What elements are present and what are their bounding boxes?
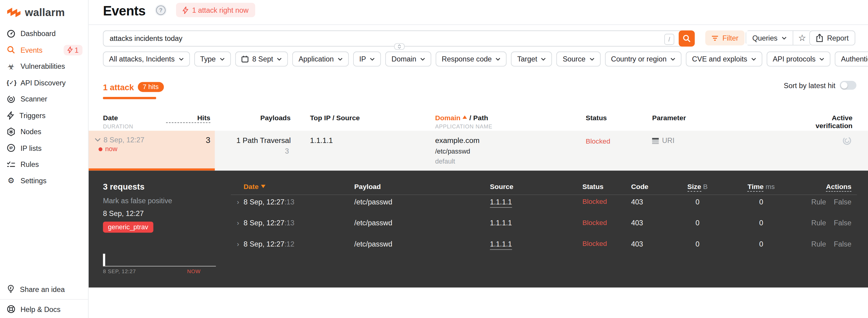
share-an-idea[interactable]: Share an idea bbox=[0, 282, 88, 296]
sidebar-item-vulnerabilities[interactable]: ☣ Vulnerabilities bbox=[0, 58, 88, 75]
active-tab-underline bbox=[103, 97, 156, 99]
chip-domain[interactable]: Domain bbox=[385, 52, 431, 66]
request-source[interactable]: 1.1.1.1 bbox=[490, 198, 512, 208]
slash-shortcut-key: / bbox=[664, 34, 674, 45]
chip-label: All attacks, Incidents bbox=[109, 55, 175, 63]
sidebar-item-rules[interactable]: Rules bbox=[0, 156, 88, 173]
report-button[interactable]: Report bbox=[809, 31, 855, 46]
favorite-star-button[interactable]: ☆ bbox=[793, 31, 811, 45]
dcol-time[interactable]: Time ms bbox=[731, 183, 792, 191]
request-status: Blocked bbox=[582, 219, 607, 227]
star-icon: ☆ bbox=[798, 33, 806, 43]
filter-button[interactable]: Filter bbox=[705, 31, 745, 46]
requests-count-title: 3 requests bbox=[103, 182, 144, 191]
rule-action[interactable]: Rule bbox=[811, 240, 826, 248]
filter-icon bbox=[711, 35, 718, 40]
sidebar-item-triggers[interactable]: Triggers bbox=[0, 107, 88, 123]
path-label: / Path bbox=[469, 114, 488, 122]
sort-toggle[interactable] bbox=[840, 81, 857, 90]
request-row[interactable]: › 8 Sep, 12:27:13 /etc/passwd 1.1.1.1 Bl… bbox=[89, 219, 868, 229]
col-domain-path[interactable]: Domain / Path bbox=[435, 114, 488, 122]
rule-action[interactable]: Rule bbox=[811, 219, 826, 227]
live-dot bbox=[99, 147, 102, 151]
attack-date-cell[interactable]: 8 Sep, 12:27 now 3 bbox=[89, 131, 215, 171]
col-date: Date bbox=[103, 114, 118, 122]
sidebar-item-nodes[interactable]: Nodes bbox=[0, 123, 88, 140]
sidebar-item-settings[interactable]: ⚙ Settings bbox=[0, 173, 88, 189]
request-payload: /etc/passwd bbox=[354, 240, 393, 248]
sidebar-item-label: API Discovery bbox=[21, 79, 66, 87]
magnifier-icon bbox=[682, 34, 691, 42]
lifebuoy-icon bbox=[7, 305, 16, 314]
lightbulb-icon bbox=[7, 285, 15, 293]
chip-response-code[interactable]: Response code bbox=[435, 52, 507, 66]
help-icon[interactable]: ? bbox=[155, 4, 166, 16]
wallarm-logo-icon bbox=[7, 7, 21, 19]
search-expand-handle[interactable] bbox=[394, 43, 405, 50]
search-button[interactable] bbox=[679, 31, 694, 47]
chevron-down-icon bbox=[338, 57, 343, 61]
request-row[interactable]: › 8 Sep, 12:27:13 /etc/passwd 1.1.1.1 Bl… bbox=[89, 198, 868, 208]
attack-status: Blocked bbox=[586, 138, 610, 145]
dcol-date[interactable]: Date bbox=[244, 183, 266, 191]
chevron-right-icon[interactable]: › bbox=[237, 219, 239, 227]
sidebar-item-api-discovery[interactable]: {✓} API Discovery bbox=[0, 75, 88, 91]
false-action[interactable]: False bbox=[834, 198, 851, 206]
rule-action[interactable]: Rule bbox=[811, 198, 826, 206]
help-and-docs[interactable]: Help & Docs bbox=[0, 302, 88, 317]
request-source[interactable]: 1.1.1.1 bbox=[490, 219, 512, 227]
attack-payload[interactable]: 1 Path Traversal bbox=[236, 136, 291, 144]
attack-application: default bbox=[435, 157, 455, 165]
attack-domain[interactable]: example.com bbox=[435, 136, 480, 144]
sidebar-item-ip-lists[interactable]: IP IP lists bbox=[0, 140, 88, 156]
chip-label: API protocols bbox=[773, 55, 815, 63]
attack-top-ip[interactable]: 1.1.1.1 bbox=[310, 136, 333, 144]
chevron-right-icon[interactable]: › bbox=[237, 198, 239, 206]
request-status: Blocked bbox=[582, 240, 607, 248]
sidebar-item-events[interactable]: Events 1 bbox=[0, 42, 88, 58]
request-code: 403 bbox=[631, 219, 643, 227]
col-application-name: APPLICATION NAME bbox=[435, 123, 492, 129]
events-badge-count: 1 bbox=[74, 46, 79, 54]
request-row[interactable]: › 8 Sep, 12:27:12 /etc/passwd 1.1.1.1 Bl… bbox=[89, 240, 868, 250]
hexagon-node-icon bbox=[7, 127, 16, 136]
chip-attack-type[interactable]: All attacks, Incidents bbox=[103, 52, 189, 66]
calendar-icon bbox=[241, 55, 248, 63]
attack-alert-badge[interactable]: 1 attack right now bbox=[176, 3, 255, 17]
false-action[interactable]: False bbox=[834, 219, 851, 227]
chip-target[interactable]: Target bbox=[511, 52, 552, 66]
dcol-actions[interactable]: Actions bbox=[826, 183, 851, 192]
col-hits[interactable]: Hits bbox=[166, 114, 210, 123]
attack-hits: 3 bbox=[166, 135, 210, 144]
sidebar-item-scanner[interactable]: Scanner bbox=[0, 91, 88, 107]
sidebar-item-label: IP lists bbox=[21, 144, 42, 152]
chip-authentication[interactable]: Authentication bbox=[835, 52, 868, 66]
sidebar-item-dashboard[interactable]: Dashboard bbox=[0, 25, 88, 42]
chip-date[interactable]: 8 Sept bbox=[235, 52, 288, 66]
chip-type[interactable]: Type bbox=[194, 52, 230, 66]
chevron-expanded-icon[interactable] bbox=[95, 138, 101, 142]
dcol-size[interactable]: Size B bbox=[664, 183, 731, 191]
chip-country[interactable]: Country or region bbox=[605, 52, 682, 66]
sidebar-item-label: Events bbox=[21, 46, 43, 54]
chevron-down-icon bbox=[370, 57, 375, 61]
domain-sort-label[interactable]: Domain bbox=[435, 114, 461, 122]
verification-line1: Active bbox=[832, 114, 852, 122]
attack-row[interactable]: 8 Sep, 12:27 now 3 1 Path Traversal 3 1.… bbox=[89, 131, 868, 171]
false-action[interactable]: False bbox=[834, 240, 851, 248]
request-status: Blocked bbox=[582, 198, 607, 206]
active-verification-spinner-icon[interactable] bbox=[843, 136, 851, 145]
chip-source[interactable]: Source bbox=[557, 52, 600, 66]
queries-button[interactable]: Queries bbox=[746, 31, 793, 45]
chevron-down-icon bbox=[781, 36, 786, 40]
chip-cve[interactable]: CVE and exploits bbox=[686, 52, 762, 66]
chip-application[interactable]: Application bbox=[292, 52, 349, 66]
chip-ip[interactable]: IP bbox=[353, 52, 381, 66]
chip-label: Type bbox=[200, 55, 216, 63]
chevron-down-icon bbox=[179, 57, 183, 61]
attacks-tab[interactable]: 1 attack 7 hits bbox=[103, 82, 163, 92]
chip-api-protocols[interactable]: API protocols bbox=[767, 52, 831, 66]
request-source[interactable]: 1.1.1.1 bbox=[490, 240, 512, 250]
wallarm-logo[interactable]: wallarm bbox=[7, 7, 65, 19]
chevron-right-icon[interactable]: › bbox=[237, 240, 239, 248]
